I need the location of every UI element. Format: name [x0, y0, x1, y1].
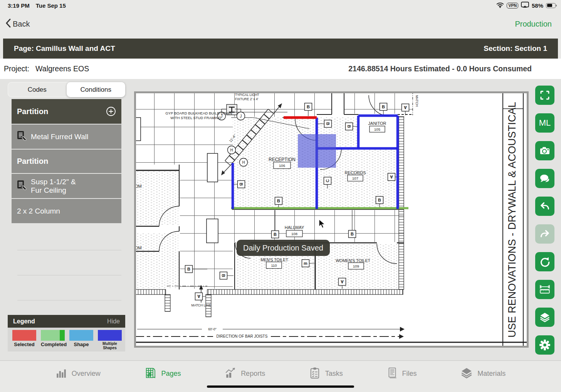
production-button[interactable]: Production — [515, 20, 552, 29]
undo-button[interactable] — [535, 197, 554, 216]
legend-hide-button[interactable]: Hide — [107, 318, 120, 325]
condition-group-partition[interactable]: Partition — [12, 99, 121, 124]
tab-label: Reports — [241, 370, 265, 378]
svg-text:DIRECTION OF BAR JOISTS: DIRECTION OF BAR JOISTS — [217, 334, 268, 338]
chevron-left-icon — [5, 19, 11, 30]
condition-item-susp-ceiling[interactable]: Susp 1-1/2" & Fur Ceiling — [12, 174, 121, 198]
condition-item-metal-furred-wall[interactable]: Metal Furred Wall — [12, 124, 121, 149]
svg-text:105: 105 — [374, 127, 380, 131]
screen-mirroring-icon — [521, 2, 529, 9]
list-divider — [17, 300, 121, 301]
camera-button[interactable] — [535, 141, 554, 160]
svg-text:RECEPTION: RECEPTION — [269, 157, 296, 162]
tab-codes[interactable]: Codes — [8, 82, 67, 97]
fullscreen-button[interactable] — [535, 86, 554, 105]
project-hours: 2146.88514 Hours Estimated - 0.0 Hours C… — [348, 64, 532, 73]
clock: 3:19 PM — [8, 2, 30, 9]
redo-icon — [539, 229, 550, 239]
tab-materials[interactable]: Materials — [460, 367, 506, 380]
svg-text:B: B — [274, 232, 277, 237]
svg-text:B: B — [351, 232, 354, 236]
settings-button[interactable] — [535, 335, 554, 355]
comments-button[interactable] — [535, 169, 554, 188]
tab-overview[interactable]: Overview — [55, 367, 101, 380]
svg-text:USE RENOVATIONS - DRYWALL & AC: USE RENOVATIONS - DRYWALL & ACOUSTICAL — [506, 102, 518, 338]
legend-entries: SelectedCompletedShapeMultiple Shapes — [8, 328, 125, 352]
svg-text:A: A — [404, 105, 407, 110]
legend-entry: Multiple Shapes — [98, 330, 122, 352]
chat-icon — [539, 173, 551, 184]
svg-text:109: 109 — [353, 264, 359, 268]
add-condition-icon[interactable] — [106, 106, 116, 116]
page-title: Page: Camillus Wall and ACT — [14, 44, 115, 53]
svg-text:B: B — [307, 104, 310, 109]
svg-text:60'-0": 60'-0" — [208, 327, 217, 331]
list-divider — [17, 275, 121, 276]
undo-icon — [539, 201, 550, 212]
svg-text:B: B — [347, 125, 351, 128]
overview-icon — [55, 367, 67, 380]
tab-label: Files — [402, 370, 417, 378]
measure-button[interactable] — [535, 280, 554, 299]
measure-icon — [539, 284, 550, 295]
app-screen: 3:19 PM Tue Sep 15 VPN 58% Back Producti… — [0, 0, 561, 392]
tab-label: Overview — [72, 370, 101, 378]
reports-icon — [225, 367, 236, 380]
tab-conditions[interactable]: Conditions — [67, 82, 126, 97]
svg-text:MEN'S TOILET: MEN'S TOILET — [260, 257, 288, 262]
tab-reports[interactable]: Reports — [225, 367, 265, 380]
camera-icon — [539, 145, 550, 156]
svg-text:H: H — [230, 148, 233, 152]
page-section-bar: Page: Camillus Wall and ACT Section: Sec… — [3, 39, 558, 59]
svg-text:A: A — [197, 294, 200, 299]
redo-button[interactable] — [535, 224, 554, 244]
svg-text:WOMEN'S TOILET: WOMEN'S TOILET — [336, 258, 370, 263]
legend-entry: Completed — [41, 330, 65, 352]
svg-text:A: A — [341, 279, 344, 284]
back-button[interactable]: Back — [5, 19, 30, 30]
fullscreen-icon — [539, 90, 550, 101]
ml-button[interactable]: ML — [535, 113, 554, 133]
battery-icon — [546, 3, 556, 8]
svg-text:HALLWAY: HALLWAY — [285, 225, 304, 230]
svg-text:FIXTURE 2' x 4': FIXTURE 2' x 4' — [235, 97, 259, 101]
mouse-cursor — [318, 219, 328, 229]
svg-text:MATCH: MATCH — [415, 95, 419, 107]
materials-icon — [460, 367, 473, 380]
back-label: Back — [13, 20, 30, 29]
vpn-badge: VPN — [507, 3, 518, 8]
condition-item-2x2-column[interactable]: 2 x 2 Column — [12, 199, 121, 223]
layers-button[interactable] — [535, 308, 554, 327]
nav-bar: Back Production — [0, 11, 561, 37]
legend-title: Legend — [13, 318, 35, 325]
svg-text:RECORDS: RECORDS — [344, 170, 366, 175]
svg-text:B: B — [221, 274, 226, 277]
svg-text:B: B — [187, 267, 190, 271]
legend-entry: Shape — [69, 330, 93, 352]
svg-text:GYP BOARD BULKHEAD BUILD DOWN: GYP BOARD BULKHEAD BUILD DOWN — [165, 111, 232, 115]
svg-text:B: B — [239, 183, 244, 186]
tab-pages[interactable]: Pages — [144, 367, 181, 381]
section-title: Section: Section 1 — [484, 44, 547, 53]
tab-tasks[interactable]: Tasks — [309, 367, 343, 380]
condition-group-partition-2[interactable]: Partition — [12, 150, 121, 173]
svg-text:JANITOR: JANITOR — [368, 121, 386, 126]
svg-text:110: 110 — [271, 263, 277, 268]
svg-text:B: B — [326, 122, 330, 125]
list-divider — [17, 250, 121, 251]
rotate-icon — [539, 256, 550, 267]
svg-text:108: 108 — [291, 232, 297, 236]
document-edit-icon — [17, 180, 26, 192]
floor-plan-viewport[interactable]: JJHH BBBBBBBBBBBAAAAmC 10610510710811010… — [134, 91, 529, 348]
layers-icon — [539, 312, 550, 323]
conditions-list: Partition Metal Furred Wall Partition Su… — [12, 99, 121, 224]
tab-files[interactable]: Files — [387, 367, 417, 380]
svg-text:J: J — [240, 114, 242, 118]
rotate-button[interactable] — [535, 252, 554, 271]
svg-text:B: B — [378, 198, 381, 202]
svg-text:B: B — [277, 199, 280, 203]
pages-icon — [144, 367, 156, 381]
home-indicator[interactable] — [207, 385, 354, 388]
svg-text:H: H — [242, 160, 245, 165]
legend-entry: Selected — [12, 330, 36, 352]
